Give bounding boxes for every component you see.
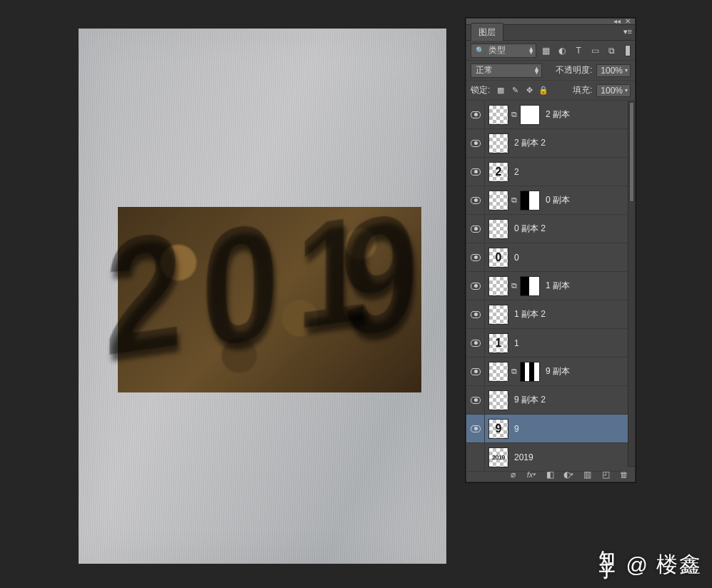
lock-brush-icon[interactable]: ✎ [510,86,520,95]
layer-thumbnail[interactable] [488,191,508,211]
layer-mask-thumbnail[interactable] [520,105,540,125]
smartobject-filter-icon[interactable]: ⧉ [606,46,616,56]
link-mask-icon[interactable]: ⧉ [511,281,518,291]
layer-name-label[interactable]: 2 副本 2 [514,137,546,149]
layer-thumbnail[interactable] [488,390,508,410]
panel-menu-icon[interactable]: ▾≡ [623,27,632,36]
link-mask-icon[interactable]: ⧉ [511,110,518,120]
layer-thumbnail[interactable]: 2019 [488,447,508,467]
filter-type-icons: ▦ ◐ T ▭ ⧉ [541,46,616,56]
layer-visibility-toggle[interactable] [466,300,485,328]
opacity-value: 100% [601,66,623,76]
layer-visibility-toggle[interactable] [466,329,485,357]
layer-thumbnail[interactable] [488,276,508,296]
chevron-updown-icon: ▲▼ [533,67,538,74]
layer-thumbnail[interactable]: 2 [488,162,508,182]
chevron-updown-icon: ▲▼ [528,47,533,54]
layer-mask-thumbnail[interactable] [520,276,540,296]
layer-thumbnail[interactable] [488,362,508,382]
layer-visibility-toggle[interactable] [466,272,485,300]
adjustment-filter-icon[interactable]: ◐ [557,46,567,56]
layer-visibility-toggle[interactable] [466,158,485,186]
watermark: 知乎 @楼鑫 [599,550,702,579]
layer-row[interactable]: ⧉0 副本 [466,186,628,215]
layers-panel: ◂◂ ✕ 图层 ▾≡ 🔍 类型 ▲▼ ▦ ◐ T ▭ ⧉ 正常 ▲▼ 不透明度:… [466,18,636,482]
layer-thumbnail[interactable] [488,105,508,125]
layer-row[interactable]: 2 副本 2 [466,129,628,158]
link-mask-icon[interactable]: ⧉ [511,196,518,206]
collapse-panel-icon[interactable]: ◂◂ [613,18,621,25]
link-mask-icon[interactable]: ⧉ [511,367,518,377]
layer-row[interactable]: 99 [466,415,628,443]
layer-name-label[interactable]: 2 副本 [546,108,570,121]
layer-row[interactable]: ⧉2 副本 [466,101,628,129]
lock-position-icon[interactable]: ✥ [524,86,534,95]
layer-thumbnails: ⧉ [488,191,540,211]
layer-visibility-toggle[interactable] [466,215,485,243]
layer-thumbnails [488,305,508,325]
artwork-2019: 2 0 1 9 [118,193,421,407]
layer-name-label[interactable]: 9 [514,424,519,434]
layer-row[interactable]: ⧉9 副本 [466,358,628,386]
opacity-input[interactable]: 100% ▾ [596,64,631,77]
layer-name-label[interactable]: 2 [514,167,519,177]
shape-filter-icon[interactable]: ▭ [590,46,600,56]
blend-mode-dropdown[interactable]: 正常 ▲▼ [471,64,542,78]
layer-name-label[interactable]: 2019 [514,452,533,462]
layer-thumbnail[interactable]: 1 [488,333,508,353]
filter-toggle-switch[interactable] [625,45,631,56]
scrollbar-thumb[interactable] [629,102,634,202]
layer-row[interactable]: 0 副本 2 [466,215,628,243]
close-panel-icon[interactable]: ✕ [625,18,631,25]
layer-name-label[interactable]: 1 副本 [546,280,570,292]
layer-row[interactable]: 11 [466,329,628,358]
layer-visibility-toggle[interactable] [466,443,485,471]
document-canvas[interactable]: 2 0 1 9 [79,29,446,564]
eye-icon [471,368,481,375]
search-icon: 🔍 [476,46,484,54]
layer-name-label[interactable]: 1 副本 2 [514,308,546,320]
layer-visibility-toggle[interactable] [466,358,485,385]
lock-all-icon[interactable]: 🔒 [538,86,548,95]
layer-filter-row: 🔍 类型 ▲▼ ▦ ◐ T ▭ ⧉ [466,41,635,61]
layer-name-label[interactable]: 0 [514,253,519,263]
chevron-down-icon: ▾ [625,67,628,74]
layer-row[interactable]: 9 副本 2 [466,386,628,415]
layer-visibility-toggle[interactable] [466,243,485,271]
tab-layers-label: 图层 [478,27,496,37]
layer-name-label[interactable]: 0 副本 2 [514,223,546,235]
layer-thumbnails [488,390,508,410]
layer-visibility-toggle[interactable] [466,129,485,157]
image-filter-icon[interactable]: ▦ [541,46,551,56]
lock-pixels-icon[interactable]: ▩ [496,86,506,95]
layer-row[interactable]: 1 副本 2 [466,300,628,329]
fill-input[interactable]: 100% ▾ [596,84,631,97]
layer-row[interactable]: 00 [466,243,628,272]
layer-visibility-toggle[interactable] [466,101,485,128]
layer-filter-dropdown[interactable]: 🔍 类型 ▲▼ [471,44,536,58]
layer-thumbnail[interactable] [488,305,508,325]
eye-icon [471,397,481,404]
opacity-label: 不透明度: [556,64,592,76]
layer-name-label[interactable]: 1 [514,338,519,348]
layer-visibility-toggle[interactable] [466,186,485,214]
layer-mask-thumbnail[interactable] [520,191,540,211]
layer-name-label[interactable]: 9 副本 2 [514,394,546,406]
layer-row[interactable]: 22 [466,158,628,186]
tab-layers[interactable]: 图层 [471,23,503,41]
layer-row[interactable]: 20192019 [466,443,628,472]
layer-thumbnail[interactable] [488,219,508,239]
layer-visibility-toggle[interactable] [466,415,485,442]
layer-thumbnail[interactable]: 0 [488,248,508,268]
layer-thumbnail[interactable]: 9 [488,419,508,439]
layer-name-label[interactable]: 9 副本 [546,365,570,377]
layer-mask-thumbnail[interactable] [520,362,540,382]
layer-name-label[interactable]: 0 副本 [546,194,570,206]
layer-thumbnail[interactable] [488,133,508,153]
type-filter-icon[interactable]: T [573,46,583,56]
layer-row[interactable]: ⧉1 副本 [466,272,628,300]
layer-visibility-toggle[interactable] [466,386,485,414]
scrollbar[interactable] [628,101,635,466]
eye-icon [471,340,481,347]
eye-icon [471,140,481,147]
